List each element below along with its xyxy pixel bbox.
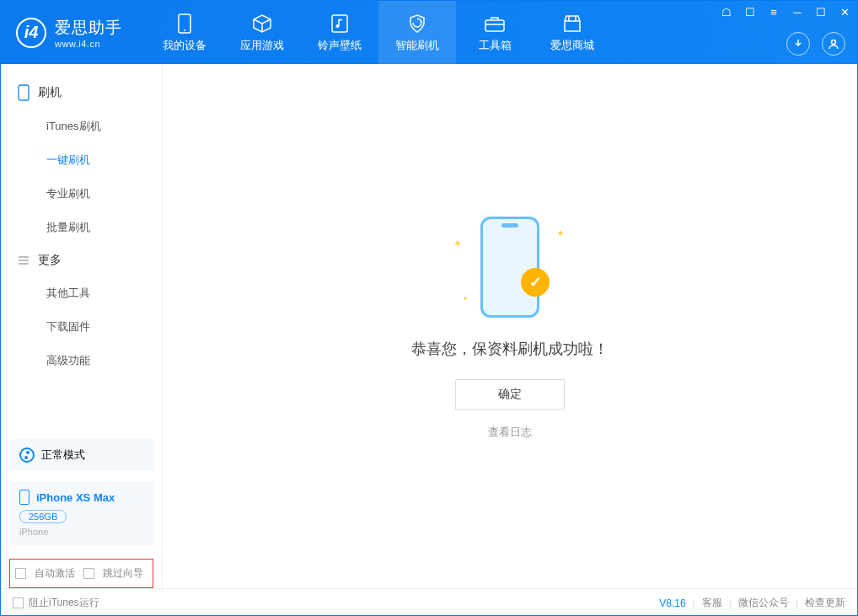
download-icon[interactable] xyxy=(786,32,810,56)
svg-rect-6 xyxy=(19,85,29,100)
store-icon xyxy=(561,13,583,35)
window-controls: ☖ ☐ ≡ ─ ☐ ✕ xyxy=(721,6,850,18)
svg-point-5 xyxy=(832,40,836,45)
sidebar-item-pro[interactable]: 专业刷机 xyxy=(1,177,162,211)
tab-my-device[interactable]: 我的设备 xyxy=(146,1,223,64)
auto-activate-checkbox[interactable] xyxy=(15,568,26,579)
mode-icon xyxy=(19,447,35,463)
svg-rect-2 xyxy=(332,15,347,32)
sidebar-group-flash: 刷机 xyxy=(1,76,162,110)
sidebar-item-other[interactable]: 其他工具 xyxy=(1,276,162,310)
success-message: 恭喜您，保资料刷机成功啦！ xyxy=(411,339,609,359)
sidebar-item-oneclick[interactable]: 一键刷机 xyxy=(1,143,162,177)
svg-rect-4 xyxy=(485,20,504,31)
check-icon: ✓ xyxy=(521,268,550,297)
svg-point-1 xyxy=(184,29,185,31)
storage-badge: 256GB xyxy=(19,510,67,523)
success-illustration: ✦✦• ✓ xyxy=(447,212,573,322)
feedback-icon[interactable]: ☐ xyxy=(744,6,756,18)
app-logo: i4 爱思助手 www.i4.cn xyxy=(1,17,137,49)
svg-point-3 xyxy=(336,24,340,28)
block-itunes-checkbox[interactable] xyxy=(13,597,24,608)
user-icon[interactable] xyxy=(822,32,845,56)
shield-icon xyxy=(406,13,428,35)
app-subtitle: www.i4.cn xyxy=(55,39,122,49)
logo-icon: i4 xyxy=(16,18,46,48)
tab-toolbox[interactable]: 工具箱 xyxy=(456,1,534,64)
app-title: 爱思助手 xyxy=(55,17,122,39)
menu-icon[interactable]: ≡ xyxy=(768,6,780,18)
main-tabs: 我的设备 应用游戏 铃声壁纸 智能刷机 工具箱 爱思商城 xyxy=(146,1,611,64)
mode-card[interactable]: 正常模式 xyxy=(9,439,153,471)
sidebar-item-firmware[interactable]: 下载固件 xyxy=(1,310,162,344)
tab-store[interactable]: 爱思商城 xyxy=(534,1,611,64)
flash-options: 自动激活 跳过向导 xyxy=(9,559,153,588)
list-icon xyxy=(18,254,29,266)
tab-apps[interactable]: 应用游戏 xyxy=(223,1,301,64)
tab-ringtones[interactable]: 铃声壁纸 xyxy=(301,1,378,64)
skip-guide-checkbox[interactable] xyxy=(83,568,94,579)
sidebar: 刷机 iTunes刷机 一键刷机 专业刷机 批量刷机 更多 其他工具 下载固件 … xyxy=(1,64,163,588)
device-card[interactable]: iPhone XS Max 256GB iPhone xyxy=(9,481,153,545)
maximize-button[interactable]: ☐ xyxy=(815,6,827,18)
wechat-link[interactable]: 微信公众号 xyxy=(738,596,789,610)
view-log-link[interactable]: 查看日志 xyxy=(488,425,532,440)
music-icon xyxy=(329,13,351,35)
cube-icon xyxy=(251,13,273,35)
sidebar-group-more: 更多 xyxy=(1,244,162,276)
phone-icon xyxy=(18,84,29,101)
device-type: iPhone xyxy=(19,527,143,537)
footer: 阻止iTunes运行 V8.16 | 客服 | 微信公众号 | 检查更新 xyxy=(1,588,857,616)
sidebar-item-batch[interactable]: 批量刷机 xyxy=(1,211,162,244)
sidebar-item-itunes[interactable]: iTunes刷机 xyxy=(1,110,162,143)
sidebar-item-advanced[interactable]: 高级功能 xyxy=(1,344,162,378)
version-label: V8.16 xyxy=(659,597,685,609)
main-content: ✦✦• ✓ 恭喜您，保资料刷机成功啦！ 确定 查看日志 xyxy=(163,64,857,588)
support-link[interactable]: 客服 xyxy=(702,596,722,610)
toolbox-icon xyxy=(484,13,506,35)
app-header: i4 爱思助手 www.i4.cn 我的设备 应用游戏 铃声壁纸 智能刷机 工具… xyxy=(1,1,857,64)
update-link[interactable]: 检查更新 xyxy=(805,596,845,610)
ok-button[interactable]: 确定 xyxy=(455,379,565,410)
close-button[interactable]: ✕ xyxy=(839,6,850,18)
tab-flash[interactable]: 智能刷机 xyxy=(378,1,456,64)
minimize-button[interactable]: ─ xyxy=(791,6,803,18)
device-name: iPhone XS Max xyxy=(36,491,115,504)
shirt-icon[interactable]: ☖ xyxy=(721,6,732,18)
phone-icon xyxy=(19,490,29,505)
device-icon xyxy=(174,13,196,35)
